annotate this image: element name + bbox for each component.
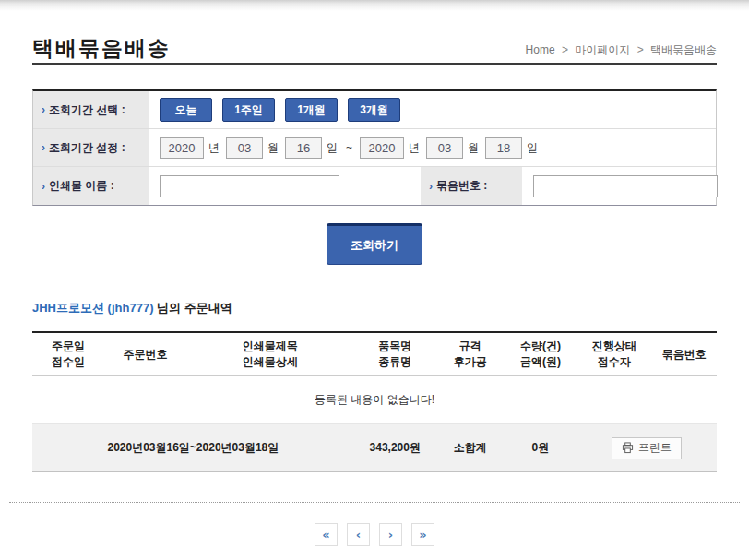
period-range-label: › 조회기간 설정 : [33,129,149,166]
chevron-right-icon: › [42,103,45,116]
pagination-prev-button[interactable]: ‹ [347,523,370,546]
bundle-no-label: › 묶음번호 : [421,167,522,205]
breadcrumb: Home > 마이페이지 > 택배묶음배송 [526,42,717,63]
period-select-label-text: 조회기간 선택 : [49,102,125,118]
print-button-label: 프린트 [638,440,672,456]
period-range-label-text: 조회기간 설정 : [49,140,125,156]
owner-suffix: 님의 주문내역 [157,301,232,315]
to-month-input[interactable] [426,137,463,159]
section-divider [7,280,742,280]
month-unit-label: 월 [268,140,279,156]
chevron-right-icon: › [42,141,45,154]
bundle-no-input[interactable] [533,175,718,197]
range-tilde: ~ [346,141,352,154]
chevron-right-icon: › [429,180,433,193]
print-name-cell [149,167,421,205]
column-header-status: 진행상태 접수자 [577,333,652,375]
title-divider [32,63,717,65]
period-today-button[interactable]: 오늘 [160,98,212,122]
pagination: « ‹ › » [0,523,749,546]
print-name-label: › 인쇄물 이름 : [33,167,149,205]
day-unit-label: 일 [327,140,338,156]
summary-subtotal-label: 소합계 [436,440,505,456]
filter-row-name-bundle: › 인쇄물 이름 : › 묶음번호 : [33,167,716,205]
search-button[interactable]: 조회하기 [327,223,422,265]
column-header-quantity: 수량(건) 금액(원) [505,333,577,375]
column-header-item-name: 품목명 종류명 [354,333,436,375]
breadcrumb-separator: > [562,43,568,56]
empty-message: 등록된 내용이 없습니다! [32,376,717,424]
print-name-label-text: 인쇄물 이름 : [49,178,114,194]
chevron-right-icon: › [42,180,45,193]
to-day-input[interactable] [485,137,522,159]
top-shadow [0,0,749,11]
to-year-input[interactable] [360,137,404,159]
filter-row-period-select: › 조회기간 선택 : 오늘 1주일 1개월 3개월 [33,91,716,129]
year-unit-label: 년 [208,140,220,156]
page-header: 택배묶음배송 Home > 마이페이지 > 택배묶음배송 [32,24,717,63]
pagination-first-button[interactable]: « [315,523,338,546]
period-1week-button[interactable]: 1주일 [222,98,275,122]
from-day-input[interactable] [285,137,322,159]
column-header-spec: 규격 후가공 [436,333,505,375]
printer-icon [622,442,634,454]
breadcrumb-mypage-link[interactable]: 마이페이지 [575,43,630,56]
month-unit-label: 월 [468,140,479,156]
orders-table-header: 주문일 접수일 주문번호 인쇄물제목 인쇄물상세 품목명 종류명 규격 후가공 … [32,333,717,376]
column-header-order-no: 주문번호 [104,333,186,375]
orders-table: 주문일 접수일 주문번호 인쇄물제목 인쇄물상세 품목명 종류명 규격 후가공 … [32,331,717,472]
order-section-title: JHH프로모션 (jhh777) 님의 주문내역 [32,300,717,316]
column-header-print-title: 인쇄물제목 인쇄물상세 [186,333,354,375]
bundle-no-label-text: 묶음번호 : [436,178,487,194]
owner-name: JHH프로모션 (jhh777) [32,301,153,315]
pagination-last-button[interactable]: » [411,523,434,546]
breadcrumb-current: 택배묶음배송 [650,43,717,56]
year-unit-label: 년 [409,140,420,156]
column-header-order-date: 주문일 접수일 [32,333,104,375]
from-month-input[interactable] [226,137,263,159]
filter-row-period-range: › 조회기간 설정 : 년 월 일 ~ 년 월 일 [33,129,716,167]
breadcrumb-home-link[interactable]: Home [526,43,555,56]
column-header-bundle-no: 묶음번호 [651,333,716,375]
summary-subtotal-value: 0원 [505,440,577,456]
period-3month-button[interactable]: 3개월 [348,98,400,122]
pagination-next-button[interactable]: › [379,523,402,546]
search-filter-table: › 조회기간 선택 : 오늘 1주일 1개월 3개월 › 조회기간 설정 : 년… [32,89,717,206]
summary-row: 2020년03월16일~2020년03월18일 343,200원 소합계 0원 … [32,424,717,472]
bundle-no-cell [522,167,718,205]
dotted-divider [9,502,740,503]
print-button[interactable]: 프린트 [612,437,682,459]
period-select-buttons: 오늘 1주일 1개월 3개월 [149,91,716,128]
page-title: 택배묶음배송 [32,34,171,63]
period-select-label: › 조회기간 선택 : [33,91,149,128]
from-year-input[interactable] [160,137,204,159]
summary-amount: 343,200원 [354,440,436,456]
breadcrumb-separator: > [637,43,644,56]
summary-period: 2020년03월16일~2020년03월18일 [32,440,354,456]
period-range-inputs: 년 월 일 ~ 년 월 일 [149,129,716,166]
print-name-input[interactable] [160,175,339,197]
period-1month-button[interactable]: 1개월 [285,98,338,122]
day-unit-label: 일 [527,140,538,156]
